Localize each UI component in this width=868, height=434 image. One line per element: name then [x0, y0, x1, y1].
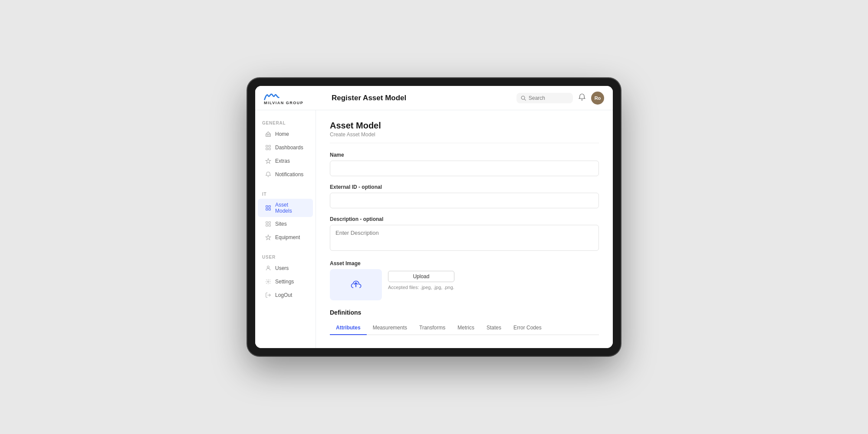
asset-models-icon: [265, 204, 272, 211]
asset-image-label: Asset Image: [330, 260, 599, 266]
dashboards-icon: [265, 144, 272, 151]
sidebar-label-settings: Settings: [275, 279, 294, 285]
svg-rect-10: [269, 208, 270, 210]
definitions-label: Definitions: [330, 309, 599, 316]
header-actions: Ro: [516, 92, 604, 105]
bell-icon: [578, 93, 586, 101]
notifications-icon: [265, 171, 272, 178]
sidebar-item-extras[interactable]: Extras: [258, 155, 313, 168]
svg-rect-12: [269, 222, 270, 224]
app-header: MILVIAN GROUP Register Asset Model: [255, 86, 613, 110]
asset-image-field: Asset Image Upload Accepted files: .jp: [330, 260, 599, 300]
name-field: Name: [330, 152, 599, 176]
sidebar-label-extras: Extras: [275, 158, 290, 164]
main-content: Asset Model Create Asset Model Name Exte…: [316, 110, 613, 348]
svg-rect-9: [266, 208, 268, 210]
svg-rect-13: [266, 224, 268, 226]
sidebar-item-home[interactable]: Home: [258, 128, 313, 141]
svg-rect-6: [269, 148, 270, 150]
svg-rect-8: [269, 206, 270, 207]
description-textarea[interactable]: [330, 225, 599, 251]
sidebar-item-equipment[interactable]: Equipment: [258, 231, 313, 244]
tab-states[interactable]: States: [480, 321, 507, 335]
notification-bell[interactable]: [578, 93, 586, 103]
settings-icon: [265, 278, 272, 285]
avatar[interactable]: Ro: [591, 92, 604, 105]
extras-icon: [265, 158, 272, 164]
definitions-tabs: Attributes Measurements Transforms Metri…: [330, 321, 599, 335]
asset-image-upload-area: Upload Accepted files: .jpeg, .jpg, .png…: [330, 269, 599, 300]
sidebar-section-general: General: [255, 117, 316, 127]
sidebar-item-dashboards[interactable]: Dashboards: [258, 141, 313, 154]
svg-rect-3: [266, 145, 268, 147]
sidebar-item-logout[interactable]: LogOut: [258, 289, 313, 302]
svg-point-16: [267, 281, 269, 283]
svg-rect-14: [269, 224, 270, 226]
logo-text: MILVIAN GROUP: [264, 101, 303, 105]
image-drop-zone[interactable]: [330, 269, 382, 300]
definitions-section: Definitions Attributes Measurements Tran…: [330, 309, 599, 335]
svg-line-1: [524, 99, 526, 100]
svg-rect-2: [266, 134, 271, 136]
sidebar-section-user: USER: [255, 251, 316, 261]
svg-rect-11: [266, 222, 268, 224]
tab-metrics[interactable]: Metrics: [451, 321, 480, 335]
sidebar-label-logout: LogOut: [275, 292, 292, 298]
name-input[interactable]: [330, 161, 599, 176]
sites-icon: [265, 220, 272, 227]
tab-attributes[interactable]: Attributes: [330, 321, 367, 335]
description-field: Description - optional: [330, 216, 599, 253]
sidebar-item-sites[interactable]: Sites: [258, 217, 313, 230]
equipment-icon: [265, 234, 272, 241]
sidebar-label-home: Home: [275, 131, 289, 137]
tab-transforms[interactable]: Transforms: [413, 321, 451, 335]
sidebar-item-notifications[interactable]: Notifications: [258, 168, 313, 181]
sidebar-label-dashboards: Dashboards: [275, 145, 303, 151]
sidebar-item-settings[interactable]: Settings: [258, 275, 313, 288]
svg-rect-7: [266, 206, 268, 207]
external-id-field: External ID - optional: [330, 184, 599, 208]
app-logo: MILVIAN GROUP: [264, 91, 325, 105]
logout-icon: [265, 292, 272, 299]
accepted-files-text: Accepted files: .jpeg, .jpg, .png.: [388, 285, 454, 290]
sidebar-label-users: Users: [275, 265, 289, 271]
users-icon: [265, 265, 272, 272]
name-label: Name: [330, 152, 599, 158]
tab-measurements[interactable]: Measurements: [367, 321, 413, 335]
svg-rect-4: [269, 145, 270, 147]
tab-error-codes[interactable]: Error Codes: [507, 321, 548, 335]
upload-button[interactable]: Upload: [388, 271, 454, 282]
upload-cloud-icon: [350, 279, 362, 291]
main-layout: General Home: [255, 110, 613, 348]
sidebar-label-equipment: Equipment: [275, 234, 300, 240]
svg-point-15: [267, 266, 270, 268]
svg-rect-5: [266, 148, 268, 150]
form-subtitle: Create Asset Model: [330, 132, 599, 138]
sidebar-item-users[interactable]: Users: [258, 262, 313, 275]
external-id-label: External ID - optional: [330, 184, 599, 190]
description-label: Description - optional: [330, 216, 599, 222]
sidebar-label-notifications: Notifications: [275, 171, 303, 178]
asset-model-form: Name External ID - optional Description …: [330, 152, 599, 335]
home-icon: [265, 131, 272, 138]
sidebar-item-asset-models[interactable]: Asset Models: [258, 199, 313, 217]
form-title: Asset Model: [330, 121, 599, 131]
search-icon: [521, 95, 526, 101]
sidebar-label-sites: Sites: [275, 221, 287, 227]
sidebar-section-it: IT: [255, 188, 316, 198]
search-input[interactable]: [529, 95, 568, 101]
form-page-header: Asset Model Create Asset Model: [330, 121, 599, 143]
upload-area-right: Upload Accepted files: .jpeg, .jpg, .png…: [388, 269, 454, 290]
sidebar: General Home: [255, 110, 316, 348]
search-box[interactable]: [516, 93, 573, 103]
external-id-input[interactable]: [330, 193, 599, 208]
sidebar-label-asset-models: Asset Models: [275, 202, 306, 214]
page-header-title: Register Asset Model: [325, 94, 516, 102]
